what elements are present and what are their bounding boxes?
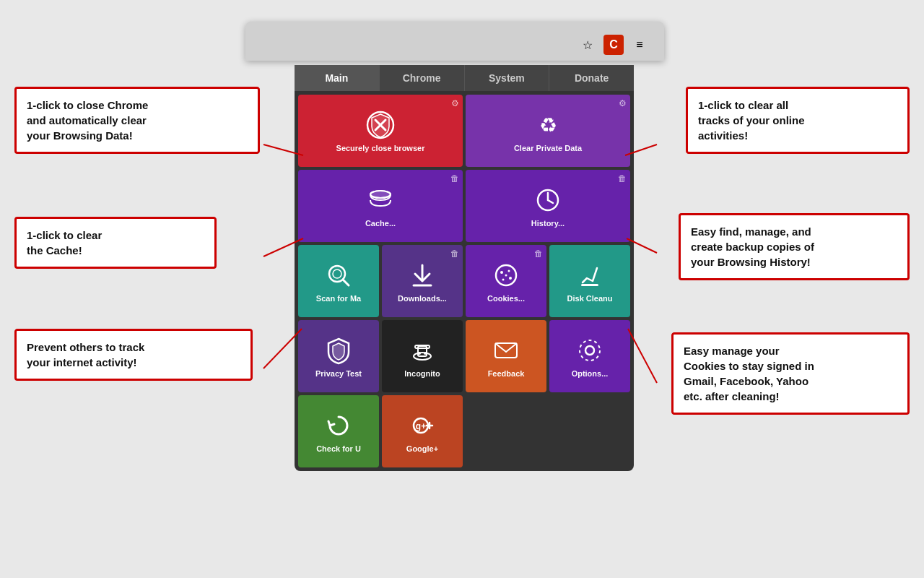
annotation-cookies-text: Easy manage yourCookies to stay signed i… <box>684 345 814 402</box>
svg-point-23 <box>424 352 427 355</box>
svg-point-14 <box>508 270 510 272</box>
annotation-cache: 1-click to clearthe Cache! <box>14 217 217 269</box>
tile-label-history: History... <box>531 219 565 228</box>
trash-icon-downloads: 🗑 <box>450 249 459 259</box>
browser-top-bar: ☆ C ≡ <box>256 29 653 61</box>
extension-icon[interactable]: C <box>603 35 624 55</box>
svg-point-15 <box>509 277 512 280</box>
disk-clean-icon <box>575 261 604 290</box>
svg-text:g+: g+ <box>416 421 426 431</box>
annotation-close-chrome: 1-click to close Chromeand automatically… <box>14 87 260 154</box>
annotation-close-text: 1-click to close Chromeand automatically… <box>27 99 148 142</box>
trash-icon-cache: 🗑 <box>450 173 459 184</box>
shield-x-icon <box>366 111 395 139</box>
annotation-history-text: Easy find, manage, andcreate backup copi… <box>691 225 814 268</box>
annotation-scan-text: Prevent others to trackyour internet act… <box>27 341 144 368</box>
star-icon[interactable]: ☆ <box>578 35 598 55</box>
annotation-clear-text: 1-click to clear alltracks of your onlin… <box>698 99 805 142</box>
annotation-scan: Prevent others to trackyour internet act… <box>14 329 253 381</box>
tile-securely-close[interactable]: ⚙ Securely close browser <box>298 95 463 167</box>
tile-label-options: Options... <box>572 369 609 378</box>
svg-rect-18 <box>581 284 598 286</box>
tile-clear-private[interactable]: ⚙ ♻ Clear Private Data <box>466 95 630 167</box>
svg-point-26 <box>580 340 600 361</box>
tile-label-check-updates: Check for U <box>316 444 361 453</box>
trash-icon-cookies: 🗑 <box>534 249 543 259</box>
database-icon <box>366 186 395 215</box>
google-plus-icon: g+ <box>408 411 437 440</box>
feedback-icon <box>492 336 520 365</box>
tab-system[interactable]: System <box>465 65 550 91</box>
tile-label-cache: Cache... <box>365 219 396 228</box>
tile-check-updates[interactable]: Check for U <box>298 395 379 467</box>
cookie-icon <box>492 261 520 290</box>
clock-icon <box>533 186 562 215</box>
tab-main[interactable]: Main <box>295 65 380 91</box>
browser-chrome: ☆ C ≡ <box>245 22 664 61</box>
tile-privacy-test[interactable]: Privacy Test <box>298 320 379 392</box>
recycle-icon: ♻ <box>533 111 562 139</box>
svg-point-13 <box>500 271 503 274</box>
annotation-cache-text: 1-click to clearthe Cache! <box>27 229 102 256</box>
tile-label-downloads: Downloads... <box>398 294 447 303</box>
tile-label-disk-clean: Disk Cleanu <box>567 294 613 303</box>
annotation-clear-tracks: 1-click to clear alltracks of your onlin… <box>686 87 910 154</box>
svg-point-17 <box>505 275 507 277</box>
tile-label-google-plus: Google+ <box>406 444 438 453</box>
tiles-grid: ⚙ Securely close browser ⚙ ♻ Clear Priva… <box>295 91 634 471</box>
tab-bar: Main Chrome System Donate <box>295 65 634 91</box>
svg-line-6 <box>548 200 553 203</box>
svg-point-9 <box>333 269 341 278</box>
tile-label-cookies: Cookies... <box>487 294 525 303</box>
tile-options[interactable]: Options... <box>549 320 630 392</box>
options-icon <box>575 336 604 365</box>
tile-cookies[interactable]: 🗑 Cookies... <box>466 245 546 317</box>
tab-chrome[interactable]: Chrome <box>380 65 465 91</box>
tile-incognito[interactable]: Incognito <box>382 320 463 392</box>
gear-icon-close: ⚙ <box>451 98 459 108</box>
tile-label-close: Securely close browser <box>336 144 425 152</box>
tile-google-plus[interactable]: g+ Google+ <box>382 395 463 467</box>
tile-disk-clean[interactable]: Disk Cleanu <box>549 245 630 317</box>
tile-label-incognito: Incognito <box>404 369 440 378</box>
menu-icon[interactable]: ≡ <box>629 35 650 55</box>
annotation-history: Easy find, manage, andcreate backup copi… <box>679 213 910 280</box>
tile-downloads[interactable]: 🗑 Downloads... <box>382 245 463 317</box>
gear-icon-clear: ⚙ <box>619 98 627 108</box>
tile-scan[interactable]: Scan for Ma <box>298 245 379 317</box>
tile-cache[interactable]: 🗑 Cache... <box>298 170 463 242</box>
app-panel: Main Chrome System Donate ⚙ Securely clo… <box>295 65 634 471</box>
svg-line-8 <box>343 280 349 285</box>
svg-text:♻: ♻ <box>539 114 557 137</box>
privacy-icon <box>324 336 353 365</box>
tile-feedback[interactable]: Feedback <box>466 320 546 392</box>
tile-label-feedback: Feedback <box>488 369 525 378</box>
annotation-cookies: Easy manage yourCookies to stay signed i… <box>671 332 910 415</box>
svg-point-3 <box>370 191 391 198</box>
incognito-icon <box>408 336 437 365</box>
update-icon <box>324 411 353 440</box>
scan-icon <box>324 261 353 290</box>
tile-label-clear: Clear Private Data <box>514 144 582 152</box>
tab-donate[interactable]: Donate <box>549 65 634 91</box>
tile-history[interactable]: 🗑 History... <box>466 170 630 242</box>
download-icon <box>408 261 437 290</box>
trash-icon-history: 🗑 <box>618 173 627 184</box>
svg-point-25 <box>585 346 594 355</box>
tile-label-privacy-test: Privacy Test <box>315 369 362 378</box>
svg-point-22 <box>418 352 421 355</box>
tile-label-scan: Scan for Ma <box>316 294 361 303</box>
svg-point-16 <box>502 279 505 281</box>
